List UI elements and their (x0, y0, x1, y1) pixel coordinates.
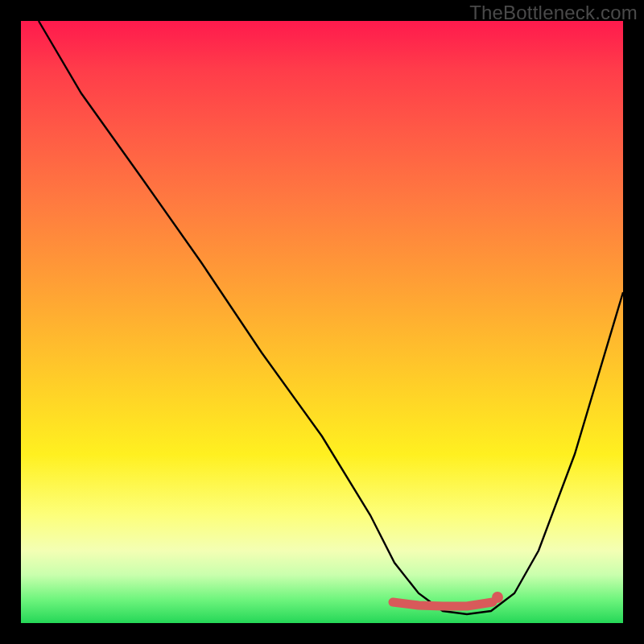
chart-frame: TheBottleneck.com (0, 0, 644, 644)
watermark-text: TheBottleneck.com (469, 2, 638, 24)
curve-line (39, 21, 623, 614)
plot-area (21, 21, 623, 623)
chart-svg (21, 21, 623, 623)
marker-band (393, 602, 493, 606)
marker-dot (492, 592, 503, 603)
